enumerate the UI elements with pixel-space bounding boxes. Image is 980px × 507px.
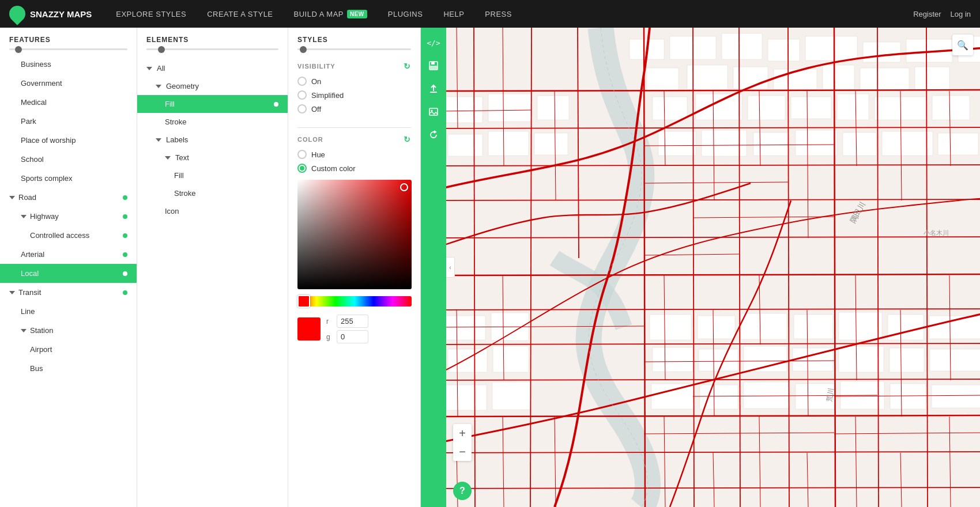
save-button[interactable] <box>423 55 444 76</box>
map-collapse-button[interactable]: ‹ <box>446 257 455 278</box>
login-link[interactable]: Log in <box>951 10 971 18</box>
elem-text[interactable]: Text <box>137 149 288 167</box>
on-radio <box>297 77 307 86</box>
svg-rect-32 <box>448 134 483 156</box>
register-link[interactable]: Register <box>913 10 941 18</box>
search-icon: 🔍 <box>957 40 968 51</box>
elem-icon[interactable]: Icon <box>137 202 288 220</box>
zoom-out-button[interactable]: − <box>453 442 472 461</box>
svg-rect-50 <box>929 316 980 339</box>
feature-local[interactable]: Local <box>0 264 137 283</box>
svg-rect-52 <box>493 346 529 372</box>
hue-slider[interactable] <box>297 296 412 307</box>
elem-labels[interactable]: Labels <box>137 131 288 149</box>
nav-help[interactable]: HELP <box>433 0 474 28</box>
map-search-button[interactable]: 🔍 <box>952 35 973 55</box>
elem-stroke[interactable]: Stroke <box>137 113 288 131</box>
feature-arterial[interactable]: Arterial <box>0 245 137 264</box>
visibility-refresh-icon[interactable]: ↻ <box>404 62 411 71</box>
elem-all[interactable]: All <box>137 59 288 77</box>
feature-bus[interactable]: Bus <box>0 359 137 378</box>
elements-slider[interactable] <box>137 48 288 55</box>
visibility-on[interactable]: On <box>297 77 411 86</box>
feature-station-group[interactable]: Station <box>0 321 137 340</box>
elem-text-fill[interactable]: Fill <box>137 167 288 184</box>
svg-rect-47 <box>794 315 833 339</box>
color-hue[interactable]: Hue <box>297 150 411 159</box>
feature-airport[interactable]: Airport <box>0 340 137 359</box>
styles-content: VISIBILITY ↻ On Simplified Off <box>288 55 420 507</box>
feature-controlled-access[interactable]: Controlled access <box>0 226 137 245</box>
code-icon: </> <box>427 39 440 47</box>
feature-school[interactable]: School <box>0 150 137 169</box>
geometry-chevron <box>156 85 161 88</box>
feature-highway-group[interactable]: Highway <box>0 207 137 226</box>
map-area: ‹ <box>446 28 980 507</box>
svg-rect-34 <box>534 133 568 155</box>
feature-sports-complex[interactable]: Sports complex <box>0 169 137 188</box>
feature-government[interactable]: Government <box>0 74 137 93</box>
features-header: FEATURES <box>0 28 137 48</box>
elem-geometry[interactable]: Geometry <box>137 77 288 95</box>
svg-rect-35 <box>658 131 696 156</box>
color-custom[interactable]: Custom color <box>297 164 411 173</box>
svg-rect-33 <box>488 131 529 156</box>
feature-place-of-worship[interactable]: Place of worship <box>0 131 137 150</box>
svg-rect-49 <box>888 315 924 340</box>
refresh-button[interactable] <box>423 124 444 145</box>
feature-business[interactable]: Business <box>0 55 137 74</box>
svg-rect-21 <box>915 67 949 90</box>
elem-text-stroke[interactable]: Stroke <box>137 184 288 202</box>
color-picker: r g <box>288 180 420 343</box>
color-gradient[interactable] <box>297 180 412 289</box>
nav-explore[interactable]: EXPLORE STYLES <box>105 0 197 28</box>
svg-rect-31 <box>932 96 970 120</box>
svg-rect-9 <box>722 33 762 59</box>
visibility-off[interactable]: Off <box>297 104 411 113</box>
styles-header: STYLES <box>288 28 420 48</box>
logo-text: SNAZZY MAPS <box>30 9 92 19</box>
features-slider[interactable] <box>0 48 137 55</box>
svg-rect-27 <box>748 96 785 120</box>
elem-fill[interactable]: Fill <box>137 95 288 113</box>
nav-build[interactable]: BUILD A MAP NEW <box>284 0 378 28</box>
svg-text:小名木川: 小名木川 <box>924 229 949 236</box>
road-chevron <box>9 196 15 199</box>
road-dot <box>123 195 127 200</box>
map-help-button[interactable]: ? <box>453 482 472 500</box>
nav-create[interactable]: CREATE A STYLE <box>197 0 283 28</box>
save-icon <box>428 60 439 71</box>
upload-button[interactable] <box>423 78 444 99</box>
code-button[interactable]: </> <box>423 32 444 53</box>
styles-slider[interactable] <box>288 48 420 55</box>
zoom-in-button[interactable]: + <box>453 424 472 442</box>
feature-park[interactable]: Park <box>0 112 137 131</box>
divider1 <box>297 127 411 128</box>
svg-rect-20 <box>860 68 909 90</box>
elements-list: All Geometry Fill Stroke Labels <box>137 55 288 507</box>
r-input[interactable] <box>337 315 368 328</box>
svg-rect-45 <box>698 316 735 339</box>
svg-rect-41 <box>938 133 978 155</box>
feature-transit-group[interactable]: Transit <box>0 283 137 302</box>
g-input[interactable] <box>337 330 368 343</box>
visibility-options: On Simplified Off <box>297 77 411 113</box>
svg-rect-26 <box>696 94 742 120</box>
feature-medical[interactable]: Medical <box>0 93 137 112</box>
nav-links: EXPLORE STYLES CREATE A STYLE BUILD A MA… <box>105 0 913 28</box>
color-options: Hue Custom color <box>297 150 411 173</box>
color-section: COLOR ↻ Hue Custom color <box>288 135 420 180</box>
logo[interactable]: SNAZZY MAPS <box>9 6 92 22</box>
nav-press[interactable]: PRESS <box>474 0 522 28</box>
feature-road-group[interactable]: Road <box>0 188 137 207</box>
r-label: r <box>326 317 333 326</box>
feature-line[interactable]: Line <box>0 302 137 321</box>
image-button[interactable] <box>423 101 444 122</box>
controlled-access-dot <box>123 233 127 238</box>
hue-slider-thumb <box>297 295 310 308</box>
color-refresh-icon[interactable]: ↻ <box>404 135 411 144</box>
svg-rect-1 <box>431 62 435 65</box>
visibility-simplified[interactable]: Simplified <box>297 90 411 100</box>
svg-rect-23 <box>488 94 532 122</box>
nav-plugins[interactable]: PLUGINS <box>378 0 434 28</box>
